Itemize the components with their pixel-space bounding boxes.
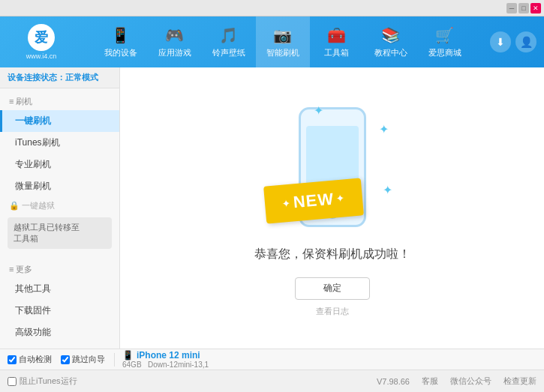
skip-wizard-checkbox[interactable] [61, 355, 70, 364]
nav-ringtone-label: 铃声壁纸 [212, 47, 245, 58]
nav-app-game-label: 应用游戏 [158, 47, 191, 58]
sparkle-2: ✦ [379, 122, 389, 136]
divider [114, 353, 115, 367]
sidebar-item-itunes-flash[interactable]: iTunes刷机 [0, 132, 119, 154]
nav-tutorial-icon: 📚 [381, 26, 400, 44]
user-button[interactable]: 👤 [515, 31, 536, 52]
device-version: Down-12mini-13,1 [148, 361, 209, 369]
sidebar: 设备连接状态：正常模式 ≡ 刷机 一键刷机 iTunes刷机 专业刷机 微量刷机… [0, 67, 120, 349]
sidebar-section-flash: ≡ 刷机 一键刷机 iTunes刷机 专业刷机 微量刷机 🔒 一键越狱 越狱工具… [0, 88, 119, 256]
auto-detect-checkbox[interactable] [8, 355, 17, 364]
device-icon: 📱 [122, 350, 134, 361]
success-text: 恭喜您，保资料刷机成功啦！ [254, 247, 410, 262]
logo-icon: 爱 [28, 24, 55, 51]
itunes-block-label: 阻止iTunes运行 [20, 376, 77, 387]
sidebar-section-more-title: ≡ 更多 [0, 261, 119, 278]
nav-app-game[interactable]: 🎮 应用游戏 [148, 16, 202, 67]
footer-service[interactable]: 客服 [422, 376, 438, 387]
auto-detect-label: 自动检测 [19, 354, 52, 365]
footer-update[interactable]: 检查更新 [503, 376, 536, 387]
device-name-text: iPhone 12 mini [137, 350, 200, 361]
device-name: 📱 iPhone 12 mini [122, 350, 209, 361]
nav-tutorial[interactable]: 📚 教程中心 [364, 16, 418, 67]
title-bar: ─ □ ✕ [0, 0, 544, 16]
ribbon: ✦ NEW ✦ [263, 178, 364, 223]
nav-toolbox-icon: 🧰 [327, 26, 346, 44]
nav-app-game-icon: 🎮 [165, 26, 184, 44]
main-area: 设备连接状态：正常模式 ≡ 刷机 一键刷机 iTunes刷机 专业刷机 微量刷机… [0, 67, 544, 349]
nav-my-device-label: 我的设备 [104, 47, 137, 58]
device-info: 📱 iPhone 12 mini 64GB Down-12mini-13,1 [122, 350, 209, 369]
top-nav: 爱 www.i4.cn 📱 我的设备 🎮 应用游戏 🎵 铃声壁纸 📷 智能刷机 … [0, 16, 544, 67]
nav-ringtone-icon: 🎵 [219, 26, 238, 44]
device-storage: 64GB [122, 361, 142, 369]
close-button[interactable]: ✕ [530, 3, 541, 13]
nav-store-icon: 🛒 [435, 26, 454, 44]
sidebar-jailbreak-notice: 越狱工具已转移至 工具箱 [8, 217, 112, 249]
bottom-bar: 自动检测 跳过向导 📱 iPhone 12 mini 64GB Down-12m… [0, 349, 544, 370]
footer-version: V7.98.66 [377, 377, 410, 386]
sidebar-item-advanced[interactable]: 高级功能 [0, 322, 119, 343]
device-details: 64GB Down-12mini-13,1 [122, 361, 209, 369]
ribbon-star-right: ✦ [335, 192, 345, 205]
skip-wizard-label: 跳过向导 [72, 354, 105, 365]
nav-smart-flash-label: 智能刷机 [266, 47, 299, 58]
auto-detect-checkbox-label[interactable]: 自动检测 [8, 354, 52, 365]
nav-store[interactable]: 🛒 爱思商城 [418, 16, 472, 67]
confirm-button[interactable]: 确定 [295, 277, 370, 300]
content-area: ✦ NEW ✦ ✦ ✦ ✦ 恭喜您，保资料刷机成功啦！ 确定 查看日志 [120, 67, 544, 349]
device-status-value: 正常模式 [65, 73, 98, 82]
nav-smart-flash-icon: 📷 [273, 26, 292, 44]
success-illustration: ✦ NEW ✦ ✦ ✦ ✦ [272, 100, 392, 235]
ribbon-star-left: ✦ [281, 196, 291, 209]
logo-area: 爱 www.i4.cn [8, 24, 75, 60]
sidebar-jailbreak-disabled: 🔒 一键越狱 [0, 197, 119, 214]
nav-toolbox-label: 工具箱 [324, 47, 349, 58]
sidebar-item-micro-flash[interactable]: 微量刷机 [0, 175, 119, 197]
sidebar-item-pro-flash[interactable]: 专业刷机 [0, 154, 119, 175]
itunes-block-checkbox[interactable] [8, 377, 17, 386]
log-link[interactable]: 查看日志 [316, 306, 349, 317]
nav-my-device-icon: 📱 [111, 26, 130, 44]
sidebar-item-download-fw[interactable]: 下载固件 [0, 300, 119, 322]
logo-url: www.i4.cn [26, 52, 57, 60]
footer-wechat[interactable]: 微信公众号 [450, 376, 491, 387]
download-button[interactable]: ⬇ [490, 31, 511, 52]
nav-store-label: 爱思商城 [428, 47, 461, 58]
device-status: 设备连接状态：正常模式 [0, 67, 119, 88]
nav-toolbox[interactable]: 🧰 工具箱 [310, 16, 364, 67]
nav-tutorial-label: 教程中心 [374, 47, 407, 58]
footer-right: V7.98.66 客服 微信公众号 检查更新 [377, 376, 536, 387]
nav-my-device[interactable]: 📱 我的设备 [94, 16, 148, 67]
device-status-label: 设备连接状态： [8, 73, 65, 82]
sparkle-1: ✦ [314, 103, 323, 118]
nav-ringtone[interactable]: 🎵 铃声壁纸 [202, 16, 256, 67]
sparkle-3: ✦ [383, 183, 392, 197]
skip-wizard-checkbox-label[interactable]: 跳过向导 [61, 354, 105, 365]
sidebar-section-flash-title: ≡ 刷机 [0, 93, 119, 110]
ribbon-text: NEW [292, 189, 334, 212]
nav-items: 📱 我的设备 🎮 应用游戏 🎵 铃声壁纸 📷 智能刷机 🧰 工具箱 📚 教程中心… [75, 16, 490, 67]
sidebar-section-more: ≡ 更多 其他工具 下载固件 高级功能 [0, 256, 119, 348]
sidebar-item-other-tools[interactable]: 其他工具 [0, 278, 119, 300]
maximize-button[interactable]: □ [518, 3, 529, 13]
footer-left: 阻止iTunes运行 [8, 376, 377, 387]
nav-right: ⬇ 👤 [490, 31, 536, 52]
nav-smart-flash[interactable]: 📷 智能刷机 [256, 16, 310, 67]
footer: 阻止iTunes运行 V7.98.66 客服 微信公众号 检查更新 [0, 370, 544, 392]
minimize-button[interactable]: ─ [506, 3, 517, 13]
sidebar-item-one-click-flash[interactable]: 一键刷机 [0, 110, 119, 132]
